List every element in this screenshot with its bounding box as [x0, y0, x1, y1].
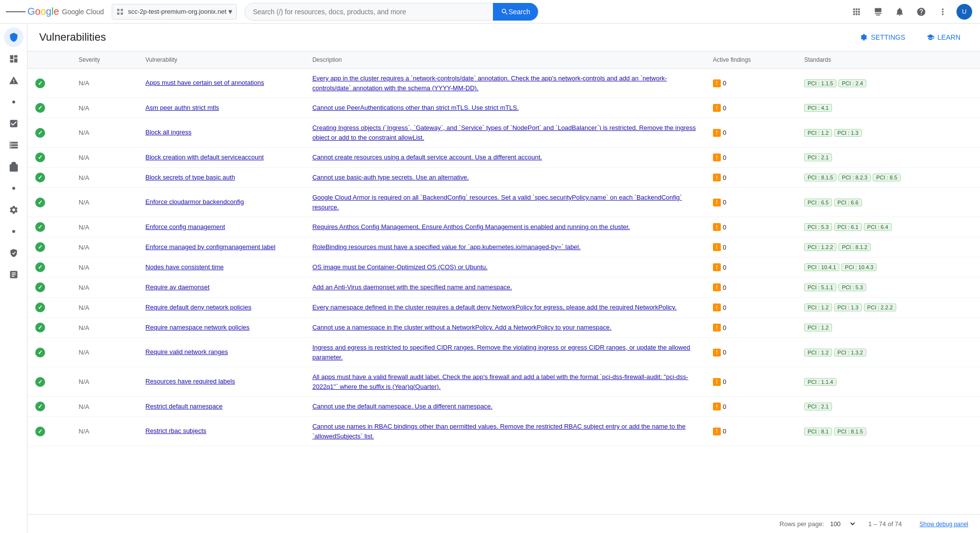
- description-link[interactable]: Google Cloud Armor is required on all `B…: [312, 194, 682, 211]
- sidebar-item-assets[interactable]: [4, 135, 24, 155]
- pci-badge[interactable]: PCI : 2.1: [804, 403, 832, 410]
- pci-badge[interactable]: PCI : 5.3: [838, 283, 866, 291]
- pci-badge[interactable]: PCI : 1.2: [804, 349, 832, 356]
- col-header-standards[interactable]: Standards: [796, 51, 980, 69]
- col-header-findings[interactable]: Active findings: [705, 51, 796, 69]
- menu-button[interactable]: [6, 2, 25, 22]
- google-cloud-logo[interactable]: Google Google Cloud: [27, 6, 104, 17]
- vulnerability-link[interactable]: Resources have required labels: [146, 378, 235, 385]
- cell-vulnerability-name[interactable]: Require av daemonset: [138, 278, 305, 298]
- cell-description[interactable]: Ingress and egress is restricted to spec…: [304, 338, 705, 367]
- description-link[interactable]: Ingress and egress is restricted to spec…: [312, 344, 690, 361]
- cell-vulnerability-name[interactable]: Block all ingress: [138, 118, 305, 148]
- cell-description[interactable]: All apps must have a valid firewall audi…: [304, 367, 705, 397]
- vulnerability-link[interactable]: Block secrets of type basic auth: [146, 174, 235, 181]
- vulnerability-link[interactable]: Require default deny network policies: [146, 304, 251, 311]
- col-header-severity[interactable]: Severity: [71, 51, 138, 69]
- pci-badge[interactable]: PCI : 8.2.3: [838, 174, 871, 181]
- cell-description[interactable]: Cannot use basic-auth type secrets. Use …: [304, 168, 705, 188]
- pci-badge[interactable]: PCI : 8.1: [804, 428, 832, 435]
- pci-badge[interactable]: PCI : 6.5: [804, 199, 832, 206]
- pci-badge[interactable]: PCI : 6.4: [864, 223, 892, 231]
- more-icon-button[interactable]: [933, 2, 953, 22]
- vulnerability-link[interactable]: Restrict rbac subjects: [146, 427, 206, 434]
- vulnerability-link[interactable]: Block all ingress: [146, 128, 192, 136]
- description-link[interactable]: Cannot use the default namespace. Use a …: [312, 403, 492, 410]
- vulnerability-link[interactable]: Require av daemonset: [146, 283, 210, 291]
- pci-badge[interactable]: PCI : 1.2: [804, 324, 832, 331]
- pci-badge[interactable]: PCI : 8.5: [873, 174, 901, 181]
- description-link[interactable]: Add an Anti-Virus daemonset with the spe…: [312, 283, 512, 291]
- pci-badge[interactable]: PCI : 1.2: [804, 129, 832, 137]
- cell-vulnerability-name[interactable]: Block secrets of type basic auth: [138, 168, 305, 188]
- sidebar-item-compliance[interactable]: [4, 114, 24, 133]
- debug-panel-link[interactable]: Show debug panel: [920, 521, 968, 526]
- cell-vulnerability-name[interactable]: Resources have required labels: [138, 367, 305, 397]
- pci-badge[interactable]: PCI : 4.1: [804, 104, 832, 112]
- cell-description[interactable]: Cannot create resources using a default …: [304, 148, 705, 168]
- cell-vulnerability-name[interactable]: Enforce cloudarmor backendconfig: [138, 188, 305, 217]
- sidebar-item-reports[interactable]: [4, 265, 24, 284]
- cell-description[interactable]: RoleBinding resources must have a specif…: [304, 237, 705, 257]
- pci-badge[interactable]: PCI : 8.1.2: [838, 243, 871, 251]
- cell-description[interactable]: Creating Ingress objects (`Ingress`, `Ga…: [304, 118, 705, 148]
- pci-badge[interactable]: PCI : 2.4: [838, 79, 866, 87]
- cell-description[interactable]: Every namespace defined in the cluster r…: [304, 298, 705, 318]
- cell-vulnerability-name[interactable]: Require namespace network policies: [138, 318, 305, 338]
- cell-vulnerability-name[interactable]: Nodes have consistent time: [138, 257, 305, 278]
- sidebar-item-dot1[interactable]: [4, 178, 24, 198]
- description-link[interactable]: Requires Anthos Config Management. Ensur…: [312, 223, 630, 230]
- col-header-description[interactable]: Description: [304, 51, 705, 69]
- vulnerability-link[interactable]: Enforce managed by configmanagement labe…: [146, 243, 275, 251]
- cell-vulnerability-name[interactable]: Restrict rbac subjects: [138, 417, 305, 446]
- monitor-icon-button[interactable]: [868, 2, 888, 22]
- pci-badge[interactable]: PCI : 1.1.4: [804, 378, 836, 386]
- description-link[interactable]: Cannot use basic-auth type secrets. Use …: [312, 174, 468, 181]
- sidebar-item-dot2[interactable]: [4, 222, 24, 241]
- sidebar-item-posture[interactable]: [4, 243, 24, 263]
- pci-badge[interactable]: PCI : 6.6: [834, 199, 862, 206]
- pci-badge[interactable]: PCI : 5.3: [804, 223, 832, 231]
- cell-description[interactable]: Google Cloud Armor is required on all `B…: [304, 188, 705, 217]
- description-link[interactable]: RoleBinding resources must have a specif…: [312, 243, 580, 251]
- settings-button[interactable]: SETTINGS: [852, 29, 913, 45]
- cell-description[interactable]: Add an Anti-Virus daemonset with the spe…: [304, 278, 705, 298]
- pci-badge[interactable]: PCI : 2.1: [804, 153, 832, 161]
- cell-vulnerability-name[interactable]: Asm peer authn strict mtls: [138, 98, 305, 118]
- description-link[interactable]: Creating Ingress objects (`Ingress`, `Ga…: [312, 124, 696, 141]
- sidebar-item-findings[interactable]: [4, 157, 24, 177]
- help-icon-button[interactable]: [911, 2, 931, 22]
- cell-vulnerability-name[interactable]: Require default deny network policies: [138, 298, 305, 318]
- search-button[interactable]: Search: [493, 3, 538, 21]
- bell-icon-button[interactable]: [890, 2, 909, 22]
- cell-vulnerability-name[interactable]: Enforce config management: [138, 217, 305, 237]
- vulnerability-link[interactable]: Nodes have consistent time: [146, 263, 224, 271]
- pci-badge[interactable]: PCI : 6.1: [834, 223, 862, 231]
- pci-badge[interactable]: PCI : 2.2.2: [864, 304, 896, 311]
- search-bar[interactable]: Search: [245, 3, 539, 21]
- pci-badge[interactable]: PCI : 5.1.1: [804, 283, 836, 291]
- pci-badge[interactable]: PCI : 10.4.1: [804, 263, 839, 271]
- cell-description[interactable]: Every app in the cluster requires a `net…: [304, 69, 705, 98]
- vulnerability-link[interactable]: Require namespace network policies: [146, 324, 249, 331]
- cell-vulnerability-name[interactable]: Enforce managed by configmanagement labe…: [138, 237, 305, 257]
- cell-description[interactable]: Cannot use a namespace in the cluster wi…: [304, 318, 705, 338]
- vulnerability-link[interactable]: Require valid network ranges: [146, 348, 228, 355]
- cell-vulnerability-name[interactable]: Require valid network ranges: [138, 338, 305, 367]
- description-link[interactable]: Cannot use a namespace in the cluster wi…: [312, 324, 611, 331]
- sidebar-item-shield[interactable]: [4, 27, 24, 47]
- cell-vulnerability-name[interactable]: Apps must have certain set of annotation…: [138, 69, 305, 98]
- vulnerability-link[interactable]: Enforce config management: [146, 223, 225, 230]
- search-input[interactable]: [253, 8, 493, 16]
- rows-per-page-select[interactable]: 100 25 50: [828, 520, 857, 526]
- cell-vulnerability-name[interactable]: Block creation with default serviceaccou…: [138, 148, 305, 168]
- pci-badge[interactable]: PCI : 10.4.3: [841, 263, 877, 271]
- description-link[interactable]: OS image must be Container-Optimized OS …: [312, 263, 488, 271]
- apps-icon-button[interactable]: [847, 2, 866, 22]
- vulnerability-link[interactable]: Restrict default namespace: [146, 403, 223, 410]
- description-link[interactable]: Cannot use names in RBAC bindings other …: [312, 423, 686, 440]
- vulnerability-link[interactable]: Apps must have certain set of annotation…: [146, 79, 264, 86]
- cell-description[interactable]: Cannot use names in RBAC bindings other …: [304, 417, 705, 446]
- pci-badge[interactable]: PCI : 1.3: [834, 304, 862, 311]
- col-header-vulnerability[interactable]: Vulnerability: [138, 51, 305, 69]
